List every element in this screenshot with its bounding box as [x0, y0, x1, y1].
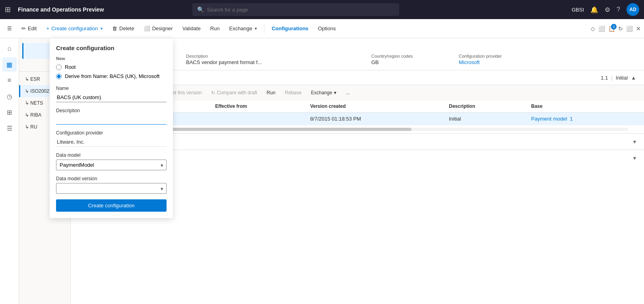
org-label: GBSI [572, 7, 584, 13]
col-effective-from: Effective from [210, 100, 305, 113]
edit-icon: ✏ [21, 25, 26, 31]
delete-button[interactable]: 🗑 Delete [108, 23, 138, 34]
version-status-badge: Initial [616, 75, 628, 81]
panel-title: Create configuration [56, 45, 167, 51]
field-description: Description BACS vendor payment format f… [186, 54, 363, 65]
main-toolbar: ☰ ✏ Edit + Create configuration 🗑 Delete… [0, 19, 644, 38]
refresh-icon[interactable]: ↻ [618, 25, 623, 32]
field-country: Country/region codes GB [371, 54, 451, 65]
exchange-button[interactable]: Exchange [225, 23, 261, 34]
config-provider-value[interactable]: Microsoft [459, 59, 636, 65]
name-input[interactable] [56, 93, 167, 102]
designer-button[interactable]: ⬜ Designer [140, 23, 177, 34]
cell-effective-from [210, 113, 305, 125]
waffle-icon[interactable]: ⊞ [5, 5, 11, 14]
description-field: Description [56, 108, 167, 125]
more-options-button[interactable]: ... [342, 88, 354, 97]
sidebar-icon-filter[interactable]: ▦ [2, 57, 17, 72]
compare-icon: ↻ [211, 90, 215, 95]
hamburger-button[interactable]: ☰ [3, 23, 16, 34]
create-configuration-panel: Create configuration New Root Derive fro… [50, 38, 173, 218]
toolbar-divider [264, 24, 264, 33]
radio-derive[interactable]: Derive from Name: BACS (UK), Microsoft [56, 73, 167, 79]
notification-icon[interactable]: 🔔 [590, 6, 598, 14]
data-model-field: Data model PaymentModel [56, 152, 167, 170]
close-icon[interactable]: ✕ [636, 25, 641, 32]
plus-icon: + [46, 25, 49, 31]
data-model-version-field: Data model version [56, 176, 167, 194]
search-box[interactable]: 🔍 [192, 3, 399, 16]
version-number: 1.1 [601, 75, 608, 81]
left-sidebar: ⌂ ▦ ≡ ◷ ⊞ ☰ [0, 38, 19, 304]
data-model-version-select[interactable] [56, 183, 167, 194]
new-label: New [56, 56, 167, 61]
edit-button[interactable]: ✏ Edit [17, 23, 41, 34]
cell-description: Initial [444, 113, 526, 125]
app-title: Finance and Operations Preview [18, 6, 104, 13]
create-configuration-submit-button[interactable]: Create configuration [56, 199, 167, 212]
cell-base[interactable]: Payment model 1 [526, 113, 644, 125]
field-provider: Configuration provider Microsoft [459, 54, 636, 65]
col-version-created: Version created [305, 100, 444, 113]
version-badge: 1.1 | Initial ▲ [601, 75, 636, 81]
config-provider-field: Configuration provider Litware, Inc. [56, 130, 167, 147]
config-country-value: GB [371, 59, 451, 65]
sidebar-icon-checklist[interactable]: ☰ [2, 121, 17, 135]
options-tab[interactable]: Options [314, 23, 340, 34]
avatar[interactable]: AD [627, 3, 639, 16]
create-configuration-button[interactable]: + Create configuration [42, 23, 107, 34]
help-icon[interactable]: ? [617, 6, 620, 13]
sidebar-icon-list[interactable]: ≡ [2, 73, 17, 88]
search-icon: 🔍 [197, 6, 204, 13]
hamburger-icon: ☰ [7, 25, 12, 31]
notification-badge[interactable]: 📋 0 [608, 25, 615, 32]
restore-icon[interactable]: ⬜ [626, 25, 633, 32]
config-provider-value: Litware, Inc. [56, 137, 167, 147]
versions-exchange-button[interactable]: Exchange ▾ [307, 88, 340, 97]
description-input[interactable] [56, 115, 167, 125]
radio-root[interactable]: Root [56, 64, 167, 70]
radio-group: Root Derive from Name: BACS (UK), Micros… [56, 64, 167, 79]
col-base: Base [526, 100, 644, 113]
rebase-button[interactable]: Rebase [281, 88, 305, 97]
versions-run-button[interactable]: Run [263, 88, 279, 97]
settings-icon[interactable]: ⚙ [605, 6, 610, 14]
right-icons: GBSI 🔔 ⚙ ? AD [572, 3, 639, 16]
name-field: Name [56, 86, 167, 102]
cell-version-created: 8/7/2015 01:18:53 PM [305, 113, 444, 125]
config-description-value: BACS vendor payment format f... [186, 59, 363, 65]
sidebar-icon-home[interactable]: ⌂ [2, 41, 17, 56]
designer-icon: ⬜ [144, 25, 150, 31]
diamond-icon[interactable]: ◇ [591, 25, 595, 32]
split-view-icon[interactable]: ⬜ [598, 25, 605, 32]
col-description: Description [444, 100, 526, 113]
search-input[interactable] [207, 7, 394, 13]
top-bar: ⊞ Finance and Operations Preview 🔍 GBSI … [0, 0, 644, 19]
main-layout: ⌂ ▦ ≡ ◷ ⊞ ☰ ↳ ESR ↳ ISO20022 ↳ NETS ↳ RI… [0, 38, 644, 304]
configurations-tab[interactable]: Configurations [268, 23, 312, 34]
validate-button[interactable]: Validate [178, 23, 205, 34]
delete-icon: 🗑 [112, 25, 117, 31]
sidebar-icon-chart[interactable]: ⊞ [2, 105, 17, 119]
compare-draft-button[interactable]: ↻ Compare with draft [207, 88, 261, 97]
exchange-arrow: ▾ [334, 90, 336, 95]
run-button[interactable]: Run [206, 23, 224, 34]
components-collapse-icon: ▾ [633, 155, 636, 161]
collapse-icon[interactable]: ▲ [631, 75, 636, 81]
sidebar-icon-clock[interactable]: ◷ [2, 89, 17, 103]
data-model-select[interactable]: PaymentModel [56, 160, 167, 170]
iso-collapse-icon: ▾ [633, 138, 636, 145]
